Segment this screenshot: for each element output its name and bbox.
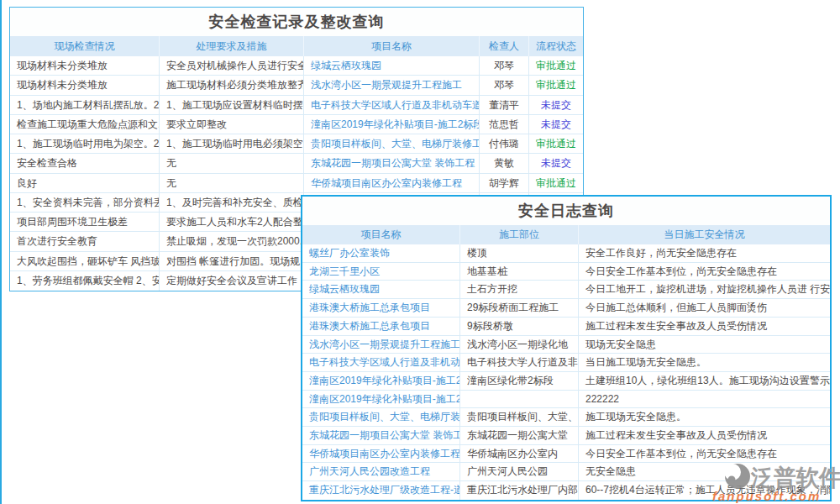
project-link[interactable]: 潼南区2019年绿化补贴项目-施工2标段 [302,372,460,390]
project-link[interactable]: 重庆江北污水处理厂级改造工程-道路修复 [302,481,460,500]
construction-part-cell: 楼顶 [460,244,579,262]
measure-cell: 安全员对机械操作人员进行安全... [160,56,304,75]
project-link[interactable]: 东城花园一期项目公寓大堂 装饰工程 [304,154,480,172]
construction-part-cell: 广州天河人民公园 [460,463,579,480]
screen-left-edge [0,0,2,504]
inspection-row: 1、施工现场临时用电为架空。2...1、施工现场临时用电必须架空...贵阳项目样… [10,134,583,154]
project-link[interactable]: 浅水湾小区一期景观提升工程施工 [302,336,460,354]
project-link[interactable]: 华侨城项目南区办公室内装修工程 [302,445,460,463]
inspection-row: 安全检查合格无东城花园一期项目公寓大堂 装饰工程黄敏未提交 [10,154,583,173]
log-row: 潼南区2019年绿化补贴项目-施工2标段潼南区绿化带2标段土建班组10人，绿化班… [302,372,830,391]
construction-part-cell [460,391,579,408]
safety-log-query-window: 安全日志查询 项目名称施工部位当日施工安全情况 螺丝厂办公室装饰楼顶安全工作良好… [301,195,832,501]
inspector-cell: 邓琴 [480,76,529,94]
project-link[interactable]: 电子科技大学区域人行道及非机动车道工程 [302,354,460,371]
daily-safety-note-cell: 施工过程未发生安全事故及人员受伤情况 [579,318,830,335]
construction-part-cell: 东城花园一期公寓大堂 [460,427,579,444]
construction-part-cell: 29标段桥面工程施工 [460,299,579,317]
project-link[interactable]: 华侨城项目南区办公室内装修工程 [304,174,480,192]
measure-cell: 1、及时完善和补充安全、质检... [160,193,304,212]
inspector-cell: 付伟璐 [480,134,529,153]
project-link[interactable]: 贵阳项目样板间、大堂、电梯厅装修工程 [302,408,460,426]
daily-safety-note-cell: 施工过程未发生安全事故及人员受伤情况 [579,427,830,444]
window-title-inspection: 安全检查记录及整改查询 [10,8,583,36]
project-link[interactable]: 潼南区2019年绿化补贴项目-施工2标段 [302,391,460,408]
project-link[interactable]: 港珠澳大桥施工总承包项目 [302,299,460,317]
construction-part-cell: 重庆江北污水处理厂内部... [460,481,579,500]
inspector-cell: 邓琴 [480,56,529,75]
inspection-row: 1、场地内施工材料乱摆乱放。2...1、施工现场应设置材料临时摆...电子科技大… [10,96,583,115]
daily-safety-note-cell: 施工现场无安全隐患。 [579,408,830,426]
log-row: 电子科技大学区域人行道及非机动车道工程电子科技大学人行道及非...当日施工现场无… [302,354,830,372]
measure-cell: 1、施工现场临时用电必须架空... [160,134,304,153]
project-link[interactable]: 螺丝厂办公室装饰 [302,244,460,262]
project-link[interactable]: 绿城云栖玫瑰园 [302,281,460,298]
inspector-cell: 胡学辉 [480,174,529,192]
project-link[interactable]: 绿城云栖玫瑰园 [304,56,480,75]
column-header: 现场检查情况 [10,36,160,56]
construction-part-cell: 9标段桥墩 [460,318,579,335]
log-row: 龙湖三千里小区地基基桩今日安全工作基本到位，尚无安全隐患存在 [302,263,830,281]
inspection-row: 良好无华侨城项目南区办公室内装修工程胡学辉审批通过 [10,174,583,193]
inspection-situation-cell: 1、劳务班组都佩戴安全帽 2、安... [10,271,160,291]
status-cell: 审批通过 [529,76,583,94]
measure-cell: 1、施工现场应设置材料临时摆... [160,96,304,114]
inspector-cell: 范思哲 [480,115,529,134]
status-cell: 未提交 [529,96,583,114]
column-header: 施工部位 [460,225,579,244]
column-header: 处理要求及措施 [160,36,304,56]
daily-safety-note-cell: 当日施工现场无安全隐患。 [579,354,830,371]
daily-safety-note-cell: 今日安全工作基本到位，尚无安全隐患存在 [579,445,830,463]
inspection-situation-cell: 检查施工现场重大危险点源和文... [10,115,160,134]
measure-cell: 要求施工人员和水车2人配合整... [160,213,304,231]
construction-part-cell: 电子科技大学人行道及非... [460,354,579,371]
project-link[interactable]: 广州天河人民公园改造工程 [302,463,460,480]
daily-safety-note-cell: 安全工作良好，尚无安全隐患存在 [579,244,830,262]
construction-part-cell: 地基基桩 [460,263,579,281]
measure-cell: 禁止吸烟，发现一次罚款2000... [160,232,304,250]
column-header: 流程状态 [529,36,583,56]
inspection-situation-cell: 良好 [10,174,160,192]
inspection-situation-cell: 大风吹起围挡，砸坏铲车 风挡玻... [10,252,160,270]
daily-safety-note-cell: 今日施工总体顺利，但施工人员脚面烫伤 [579,299,830,317]
inspection-situation-cell: 项目部周围环境卫生极差 [10,213,160,231]
log-row: 港珠澳大桥施工总承包项目9标段桥墩施工过程未发生安全事故及人员受伤情况 [302,318,830,336]
inspection-table-header: 现场检查情况处理要求及措施项目名称检查人流程状态 [10,36,583,56]
daily-safety-note-cell: 土建班组10人，绿化班组13人。施工现场沟边设置警示标识，... [579,372,830,390]
status-cell: 未提交 [529,154,583,172]
inspector-cell: 黄敏 [480,154,529,172]
inspection-situation-cell: 1、施工现场临时用电为架空。2... [10,134,160,153]
inspection-situation-cell: 现场材料未分类堆放 [10,56,160,75]
inspection-situation-cell: 首次进行安全教育 [10,232,160,250]
construction-part-cell: 潼南区绿化带2标段 [460,372,579,390]
project-link[interactable]: 贵阳项目样板间、大堂、电梯厅装修工程 [304,134,480,153]
status-cell: 审批通过 [529,56,583,75]
measure-cell: 定期做好安全会议及宣讲工作 [160,271,304,291]
project-link[interactable]: 浅水湾小区一期景观提升工程施工 [304,76,480,94]
log-row: 港珠澳大桥施工总承包项目29标段桥面工程施工今日施工总体顺利，但施工人员脚面烫伤 [302,299,830,318]
project-link[interactable]: 东城花园一期项目公寓大堂 装饰工程 [302,427,460,444]
measure-cell: 对围挡 帐篷进行加固。现场规... [160,252,304,270]
inspection-row: 检查施工现场重大危险点源和文...要求立即整改潼南区2019年绿化补贴项目-施工… [10,115,583,134]
column-header: 项目名称 [304,36,480,56]
daily-safety-note-cell: 现场无安全隐患 [579,336,830,354]
project-link[interactable]: 龙湖三千里小区 [302,263,460,281]
log-row: 螺丝厂办公室装饰楼顶安全工作良好，尚无安全隐患存在 [302,244,830,263]
inspection-situation-cell: 现场材料未分类堆放 [10,76,160,94]
construction-part-cell: 华侨城南区办公室内 [460,445,579,463]
construction-part-cell: 浅水湾小区一期绿化地 [460,336,579,354]
inspection-row: 现场材料未分类堆放安全员对机械操作人员进行安全...绿城云栖玫瑰园邓琴审批通过 [10,56,583,76]
log-row: 潼南区2019年绿化补贴项目-施工2标段222222 [302,391,830,409]
project-link[interactable]: 潼南区2019年绿化补贴项目-施工2标段 [304,115,480,134]
project-link[interactable]: 电子科技大学区域人行道及非机动车道工程 [304,96,480,114]
log-table-header: 项目名称施工部位当日施工安全情况 [302,225,830,244]
project-link[interactable]: 港珠澳大桥施工总承包项目 [302,318,460,335]
log-row: 绿城云栖玫瑰园土石方开挖今日工地开工，旋挖机进场，对旋挖机操作人员进 行安全技术… [302,281,830,299]
daily-safety-note-cell: 222222 [579,391,830,408]
watermark-url-text: fanpusoft.com [712,489,821,503]
inspection-situation-cell: 1、场地内施工材料乱摆乱放。2... [10,96,160,114]
daily-safety-note-cell: 今日安全工作基本到位，尚无安全隐患存在 [579,263,830,281]
window-title-log: 安全日志查询 [302,197,830,225]
log-row: 东城花园一期项目公寓大堂 装饰工程东城花园一期公寓大堂施工过程未发生安全事故及人… [302,427,830,445]
log-row: 贵阳项目样板间、大堂、电梯厅装修工程贵阳项目样板间、大堂、...施工现场无安全隐… [302,408,830,427]
